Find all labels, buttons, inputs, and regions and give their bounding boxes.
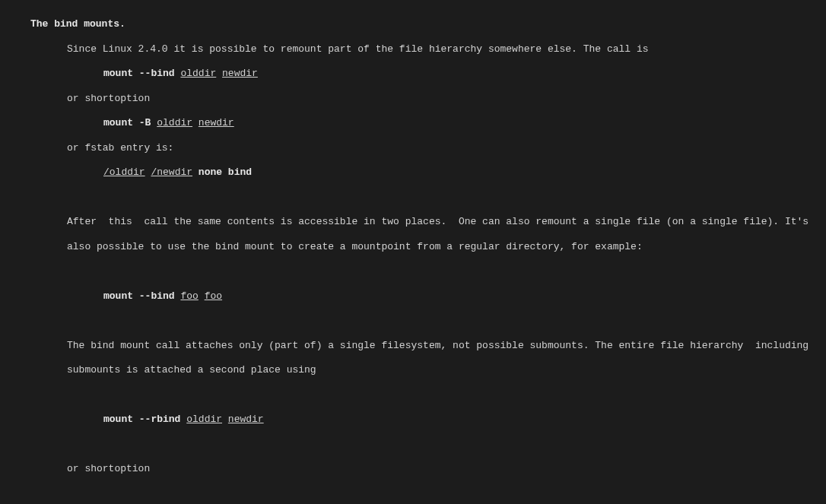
arg: foo — [180, 290, 198, 302]
fstab-entry: /olddir /newdir none bind — [0, 166, 826, 179]
cmd-text: none bind — [199, 166, 252, 178]
para: also possible to use the bind mount to c… — [0, 241, 826, 253]
arg: olddir — [180, 68, 216, 79]
arg: newdir — [222, 68, 258, 79]
cmd-bind: mount --bind olddir newdir — [0, 68, 826, 80]
arg: newdir — [199, 117, 234, 128]
para: The bind mount call attaches only (part … — [0, 340, 826, 352]
para: Since Linux 2.4.0 it is possible to remo… — [0, 43, 826, 55]
arg: newdir — [228, 414, 264, 425]
arg: /newdir — [151, 166, 192, 178]
cmd-bind-short: mount -B olddir newdir — [0, 117, 826, 129]
para: submounts is attached a second place usi… — [0, 364, 826, 376]
para: or fstab entry is: — [0, 142, 826, 154]
cmd-text: mount --rbind — [103, 414, 180, 425]
arg: foo — [205, 290, 222, 302]
arg: /olddir — [103, 166, 145, 178]
cmd-text: mount -B — [103, 117, 151, 128]
cmd-bind-foo: mount --bind foo foo — [0, 290, 826, 303]
para: or shortoption — [0, 463, 826, 475]
cmd-text: mount --bind — [103, 68, 175, 79]
arg: olddir — [186, 414, 222, 425]
para: or shortoption — [0, 93, 826, 105]
section-title: The bind mounts. — [30, 18, 125, 30]
cmd-rbind: mount --rbind olddir newdir — [0, 414, 826, 426]
arg: olddir — [157, 117, 192, 128]
para: After this call the same contents is acc… — [0, 216, 826, 228]
cmd-text: mount --bind — [103, 290, 175, 302]
manpage-view: The bind mounts. Since Linux 2.4.0 it is… — [0, 0, 826, 504]
